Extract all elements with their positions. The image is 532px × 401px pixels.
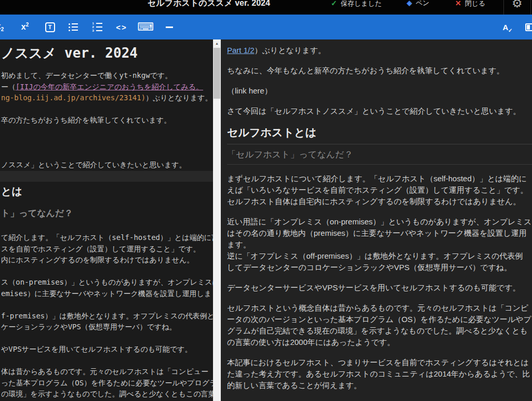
check-icon: ✓	[331, 0, 337, 7]
preview-text: セルフホスト自体は自宅内にホスティングするのを制限するわけではありません。	[227, 197, 521, 206]
editor-line: の環境」を示すようなものでした。調べると少なくともこの言葉	[1, 389, 213, 400]
preview-line: 本記事におけるセルフホスト、つまりサービスを自前でホスティングするはそれとは	[227, 357, 532, 368]
pen-button[interactable]: ◈ペン	[407, 0, 430, 11]
preview-line: してデータセンターのコロケーションラックやVPS（仮想専用サーバ）ですね。	[227, 262, 532, 273]
titlebar-divider	[530, 0, 531, 15]
preview-text: えば「いろいろなサービスを自前でホスティング（設置）して運用すること」です。	[227, 185, 528, 194]
preview-text: 逆に「オフプレミス（off-premises）」は敷地外となります。オフプレミス…	[227, 251, 523, 260]
preview-line: 的新しい言葉であることが伺えます。	[227, 380, 532, 391]
editor-url: ng-blog.iij.ad.jp/archives/23141)	[1, 93, 145, 102]
preview-text: ）ぶりとなります。	[255, 46, 326, 55]
preview-line: セルフホスト自体は自宅内にホスティングするのを制限するわけではありません。	[227, 196, 532, 207]
editor-scrollbar[interactable]: ▲	[213, 39, 221, 401]
editor-text: った基本プログラム（OS）を作るために必要なツールやプログラ	[1, 379, 213, 387]
preview-paragraph: さて今回は「セルフホストノススメ」ということで紹介していきたいと思います。	[227, 105, 532, 117]
editor-line	[1, 355, 213, 367]
editor-line: ト」ってなんだ？	[1, 206, 213, 232]
bullet-list-icon[interactable]	[67, 15, 79, 39]
editor-line	[1, 333, 213, 344]
preview-text: （link here）	[227, 86, 272, 95]
editor-text: やVPSサービスを用いてセルフホストするのも可能です。	[1, 345, 192, 353]
preview-text: ちなみに、今年もなんと新卒の方たちがおうち紹介を執筆してくれています。	[227, 66, 504, 75]
preview-paragraph: セルフホストという概念自体は昔からあるものです。元々のセルフホストは「コンピータ…	[227, 302, 532, 348]
editor-link[interactable]: [IIJの今年の新卒エンジニアのおうちを紹介してみる。	[16, 83, 203, 91]
preview-line: まずセルフホストについて紹介します。「セルフホスト（self-hosted）」と…	[227, 173, 532, 184]
pen-label: ペン	[416, 0, 430, 7]
editor-line	[1, 266, 213, 277]
preview-link[interactable]: Part 1/2	[227, 46, 255, 55]
preview-text: 本記事におけるセルフホスト、つまりサービスを自前でホスティングするはそれとは	[227, 358, 529, 367]
document-title: セルフホストのススメ ver. 2024	[148, 0, 270, 11]
editor-text: 内にホスティングするのを制限するわけではありません。	[1, 256, 194, 264]
editor-line: 卒の方たちがおうち紹介を執筆してくれています。	[1, 115, 213, 126]
editor-text: emises）に主要なサーバやネットワーク機器を設置し運用しま	[1, 289, 211, 298]
horizontal-rule-icon[interactable]	[163, 15, 176, 39]
preview-line: ちなみに、今年もなんと新卒の方たちがおうち紹介を執筆してくれています。	[227, 65, 532, 76]
preview-paragraph: ちなみに、今年もなんと新卒の方たちがおうち紹介を執筆してくれています。	[227, 65, 532, 76]
editor-line: emises）に主要なサーバやネットワーク機器を設置し運用しま	[1, 288, 213, 300]
editor-line: ケーションラックやVPS（仮想専用サーバ）ですね。	[1, 322, 213, 333]
preview-paragraph: 近い用語に「オンプレミス（on-premises）」というものがありますが、オン…	[227, 216, 532, 273]
editor-line	[1, 137, 213, 149]
editor-line: とは	[1, 182, 213, 206]
code-icon[interactable]: <>	[115, 15, 128, 39]
heading-text-icon[interactable]: T	[44, 15, 56, 39]
editor-line: f-premises）」は敷地外となります。オフプレミスの代表例と	[1, 311, 213, 322]
editor-text: スを自前でホスティング（設置）して運用すること」です。	[1, 245, 201, 253]
preview-paragraph: まずセルフホストについて紹介します。「セルフホスト（self-hosted）」と…	[227, 173, 532, 207]
editor-line: ノススメ」ということで紹介していきたいと思います。	[1, 159, 213, 171]
preview-line: （link here）	[227, 85, 532, 97]
preview-line: の言葉の使い方は2000年にはあったようです。	[227, 337, 532, 348]
preview-blocks: Part 1/2）ぶりとなります。ちなみに、今年もなんと新卒の方たちがおうち紹介…	[227, 45, 532, 401]
save-status-label: 保存しました	[341, 0, 382, 7]
subscript-icon[interactable]: x2	[0, 15, 6, 39]
editor-line: やVPSサービスを用いてセルフホストするのも可能です。	[1, 344, 213, 355]
keyboard-icon[interactable]: ⌨	[138, 15, 153, 39]
editor-line	[1, 299, 213, 311]
preview-line: グラムが自己完結できる現在の環境」を示すようなものでした。調べると少なくとも	[227, 325, 532, 337]
editor-text: ）ぶりとなります。	[145, 93, 212, 102]
editor-line	[1, 149, 213, 160]
preview-line: た違った考え方です。あるセルフホストのコミュニティは2014年からあるようで、比	[227, 368, 532, 380]
editor-text: の環境」を示すようなものでした。調べると少なくともこの言葉	[1, 390, 213, 398]
preview-text: まずセルフホストについて紹介します。「セルフホスト（self-hosted）」と…	[227, 174, 527, 183]
superscript-icon[interactable]: x2	[19, 15, 31, 39]
preview-text: はその名の通り敷地内（premises）に主要なサーバやネットワーク機器を設置し…	[227, 229, 527, 237]
editor-line: 体は昔からあるものです。元々のセルフホストは「コンピュー	[1, 366, 213, 378]
editor-line: ng-blog.iij.ad.jp/archives/23141)）ぶりとなりま…	[1, 92, 213, 104]
preview-paragraph: （link here）	[227, 85, 532, 97]
spellcheck-icon[interactable]: A✓	[499, 15, 512, 39]
close-button[interactable]: ✕閉じる	[455, 0, 485, 11]
editor-line: った基本プログラム（OS）を作るために必要なツールやプログラ	[1, 378, 213, 389]
close-icon: ✕	[455, 0, 461, 7]
preview-line: セルフホストという概念自体は昔からあるものです。元々のセルフホストは「コンピ	[227, 302, 532, 314]
gear-icon[interactable]: ⚙	[512, 0, 523, 11]
editor-line: 初めまして、データセンターで働くyt-nkgwです。	[1, 70, 213, 82]
preview-text: セルフホストという概念自体は昔からあるものです。元々のセルフホストは「コンピ	[227, 303, 528, 312]
split-view-icon[interactable]	[524, 15, 532, 39]
formatting-toolbar: x2 x2 T 123 <> ⌨ A✓	[0, 15, 532, 39]
save-status-button[interactable]: ✓保存しました	[331, 0, 382, 11]
preview-text: ます。	[227, 240, 251, 249]
editor-text: ケーションラックやVPS（仮想専用サーバ）ですね。	[1, 323, 177, 331]
editor-text: て紹介します。「セルフホスト（self-hosted）」とは端的に言	[1, 233, 213, 242]
scrollbar-thumb[interactable]	[214, 48, 220, 99]
editor-line: 内にホスティングするのを制限するわけではありません。	[1, 255, 213, 266]
preview-text: データセンターサービスやVPSサービスを用いてセルフホストするのも可能です。	[227, 283, 521, 292]
preview-line: 近い用語に「オンプレミス（on-premises）」というものがありますが、オン…	[227, 216, 532, 228]
editor-heading-line: ノススメ ver. 2024	[1, 39, 213, 70]
editor-text: 初めまして、データセンターで働くyt-nkgwです。	[1, 71, 172, 79]
preview-text: 近い用語に「オンプレミス（on-premises）」というものがありますが、オン…	[227, 217, 531, 226]
preview-heading: 「セルフホスト」ってなんだ？	[227, 149, 532, 165]
markdown-editor-pane[interactable]: ノススメ ver. 2024 初めまして、データセンターで働くyt-nkgwです…	[0, 39, 213, 401]
editor-text: 卒の方たちがおうち紹介を執筆してくれています。	[1, 116, 171, 124]
editor-text: f-premises）」は敷地外となります。オフプレミスの代表例と	[1, 312, 213, 320]
scrollbar-up-arrow-icon[interactable]: ▲	[213, 39, 221, 47]
preview-text: グラムが自己完結できる現在の環境」を示すようなものでした。調べると少なくとも	[227, 326, 528, 335]
close-label: 閉じる	[465, 0, 486, 7]
preview-line: えば「いろいろなサービスを自前でホスティング（設置）して運用すること」です。	[227, 184, 532, 196]
numbered-list-icon[interactable]: 123	[91, 15, 103, 39]
preview-line: さて今回は「セルフホストノススメ」ということで紹介していきたいと思います。	[227, 105, 532, 117]
preview-text: の言葉の使い方は2000年にはあったようです。	[227, 338, 395, 346]
preview-paragraph: Part 1/2）ぶりとなります。	[227, 45, 532, 56]
